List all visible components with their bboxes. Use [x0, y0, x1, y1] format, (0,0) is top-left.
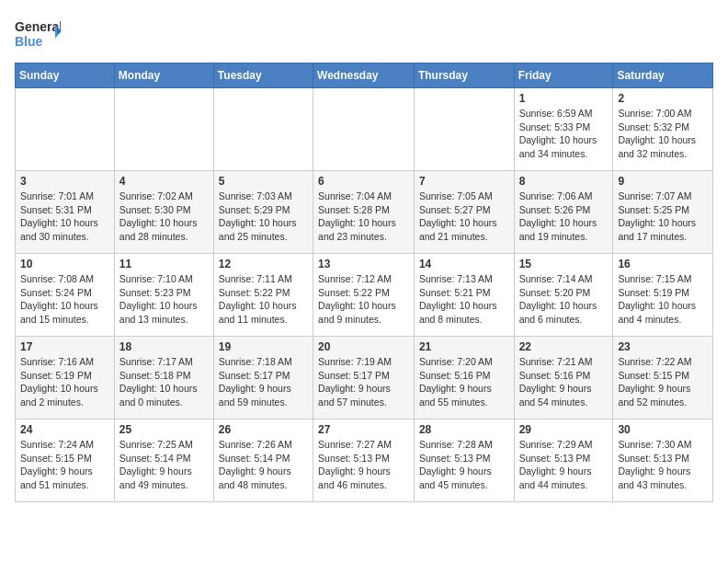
day-info: Sunrise: 7:18 AM Sunset: 5:17 PM Dayligh… — [219, 355, 308, 409]
day-number: 26 — [219, 423, 308, 436]
weekday-header-wednesday: Wednesday — [313, 63, 415, 88]
calendar-cell: 18Sunrise: 7:17 AM Sunset: 5:18 PM Dayli… — [114, 337, 213, 419]
day-number: 20 — [318, 340, 409, 353]
calendar-week-2: 3Sunrise: 7:01 AM Sunset: 5:31 PM Daylig… — [16, 171, 713, 254]
weekday-header-monday: Monday — [114, 63, 213, 88]
day-number: 1 — [519, 92, 609, 105]
calendar-cell — [16, 88, 115, 171]
day-info: Sunrise: 7:28 AM Sunset: 5:13 PM Dayligh… — [419, 438, 509, 492]
calendar-cell: 4Sunrise: 7:02 AM Sunset: 5:30 PM Daylig… — [114, 171, 213, 254]
calendar-cell: 3Sunrise: 7:01 AM Sunset: 5:31 PM Daylig… — [16, 171, 115, 254]
day-info: Sunrise: 7:27 AM Sunset: 5:13 PM Dayligh… — [318, 438, 409, 492]
day-number: 6 — [318, 175, 409, 188]
day-info: Sunrise: 7:05 AM Sunset: 5:27 PM Dayligh… — [419, 190, 509, 244]
day-info: Sunrise: 7:29 AM Sunset: 5:13 PM Dayligh… — [519, 438, 609, 492]
day-info: Sunrise: 7:04 AM Sunset: 5:28 PM Dayligh… — [318, 190, 409, 244]
calendar-cell: 20Sunrise: 7:19 AM Sunset: 5:17 PM Dayli… — [313, 337, 415, 419]
calendar-cell: 30Sunrise: 7:30 AM Sunset: 5:13 PM Dayli… — [613, 419, 713, 502]
calendar-cell: 15Sunrise: 7:14 AM Sunset: 5:20 PM Dayli… — [514, 254, 613, 337]
calendar-week-5: 24Sunrise: 7:24 AM Sunset: 5:15 PM Dayli… — [16, 419, 713, 502]
day-info: Sunrise: 7:24 AM Sunset: 5:15 PM Dayligh… — [20, 438, 109, 492]
day-number: 16 — [618, 258, 708, 270]
day-number: 9 — [618, 175, 708, 188]
calendar-week-4: 17Sunrise: 7:16 AM Sunset: 5:19 PM Dayli… — [16, 337, 713, 419]
calendar-cell: 5Sunrise: 7:03 AM Sunset: 5:29 PM Daylig… — [213, 171, 313, 254]
calendar-cell: 25Sunrise: 7:25 AM Sunset: 5:14 PM Dayli… — [114, 419, 213, 502]
day-number: 18 — [119, 340, 209, 353]
day-number: 29 — [519, 423, 609, 436]
day-info: Sunrise: 7:17 AM Sunset: 5:18 PM Dayligh… — [119, 355, 209, 409]
calendar-header-row: SundayMondayTuesdayWednesdayThursdayFrid… — [16, 63, 713, 88]
calendar-cell: 27Sunrise: 7:27 AM Sunset: 5:13 PM Dayli… — [313, 419, 415, 502]
logo-icon: General Blue — [15, 15, 61, 52]
day-number: 10 — [20, 258, 109, 270]
day-info: Sunrise: 7:06 AM Sunset: 5:26 PM Dayligh… — [519, 190, 609, 244]
day-number: 3 — [20, 175, 109, 188]
calendar-cell: 22Sunrise: 7:21 AM Sunset: 5:16 PM Dayli… — [514, 337, 613, 419]
day-number: 14 — [419, 258, 509, 270]
day-number: 15 — [519, 258, 609, 270]
day-number: 22 — [519, 340, 609, 353]
day-number: 4 — [119, 175, 209, 188]
calendar-cell — [114, 88, 213, 171]
day-number: 12 — [219, 258, 308, 270]
calendar-cell: 10Sunrise: 7:08 AM Sunset: 5:24 PM Dayli… — [16, 254, 115, 337]
calendar-table: SundayMondayTuesdayWednesdayThursdayFrid… — [15, 63, 713, 502]
weekday-header-friday: Friday — [514, 63, 613, 88]
day-info: Sunrise: 7:03 AM Sunset: 5:29 PM Dayligh… — [219, 190, 308, 244]
day-info: Sunrise: 7:25 AM Sunset: 5:14 PM Dayligh… — [119, 438, 209, 492]
calendar-cell: 7Sunrise: 7:05 AM Sunset: 5:27 PM Daylig… — [414, 171, 514, 254]
day-number: 23 — [618, 340, 708, 353]
day-info: Sunrise: 7:19 AM Sunset: 5:17 PM Dayligh… — [318, 355, 409, 409]
day-info: Sunrise: 7:01 AM Sunset: 5:31 PM Dayligh… — [20, 190, 109, 244]
calendar-week-1: 1Sunrise: 6:59 AM Sunset: 5:33 PM Daylig… — [16, 88, 713, 171]
calendar-cell: 19Sunrise: 7:18 AM Sunset: 5:17 PM Dayli… — [213, 337, 313, 419]
day-info: Sunrise: 7:22 AM Sunset: 5:15 PM Dayligh… — [618, 355, 708, 409]
calendar-cell: 21Sunrise: 7:20 AM Sunset: 5:16 PM Dayli… — [414, 337, 514, 419]
page-header: General Blue — [15, 15, 713, 52]
calendar-cell — [414, 88, 514, 171]
day-info: Sunrise: 7:20 AM Sunset: 5:16 PM Dayligh… — [419, 355, 509, 409]
day-info: Sunrise: 7:16 AM Sunset: 5:19 PM Dayligh… — [20, 355, 109, 409]
day-number: 30 — [618, 423, 708, 436]
day-info: Sunrise: 7:12 AM Sunset: 5:22 PM Dayligh… — [318, 272, 409, 327]
calendar-cell: 2Sunrise: 7:00 AM Sunset: 5:32 PM Daylig… — [613, 88, 713, 171]
day-number: 17 — [20, 340, 109, 353]
day-info: Sunrise: 7:14 AM Sunset: 5:20 PM Dayligh… — [519, 272, 609, 327]
calendar-cell: 23Sunrise: 7:22 AM Sunset: 5:15 PM Dayli… — [613, 337, 713, 419]
day-number: 27 — [318, 423, 409, 436]
day-info: Sunrise: 7:15 AM Sunset: 5:19 PM Dayligh… — [618, 272, 708, 327]
day-number: 19 — [219, 340, 308, 353]
calendar-cell: 9Sunrise: 7:07 AM Sunset: 5:25 PM Daylig… — [613, 171, 713, 254]
calendar-cell: 14Sunrise: 7:13 AM Sunset: 5:21 PM Dayli… — [414, 254, 514, 337]
day-info: Sunrise: 7:30 AM Sunset: 5:13 PM Dayligh… — [618, 438, 708, 492]
calendar-cell: 16Sunrise: 7:15 AM Sunset: 5:19 PM Dayli… — [613, 254, 713, 337]
day-info: Sunrise: 6:59 AM Sunset: 5:33 PM Dayligh… — [519, 107, 609, 161]
day-number: 7 — [419, 175, 509, 188]
day-info: Sunrise: 7:11 AM Sunset: 5:22 PM Dayligh… — [219, 272, 308, 327]
day-info: Sunrise: 7:08 AM Sunset: 5:24 PM Dayligh… — [20, 272, 109, 327]
day-number: 24 — [20, 423, 109, 436]
calendar-cell: 12Sunrise: 7:11 AM Sunset: 5:22 PM Dayli… — [213, 254, 313, 337]
svg-text:General: General — [15, 19, 61, 34]
day-info: Sunrise: 7:00 AM Sunset: 5:32 PM Dayligh… — [618, 107, 708, 161]
day-info: Sunrise: 7:26 AM Sunset: 5:14 PM Dayligh… — [219, 438, 308, 492]
calendar-cell: 1Sunrise: 6:59 AM Sunset: 5:33 PM Daylig… — [514, 88, 613, 171]
calendar-cell: 29Sunrise: 7:29 AM Sunset: 5:13 PM Dayli… — [514, 419, 613, 502]
calendar-cell: 6Sunrise: 7:04 AM Sunset: 5:28 PM Daylig… — [313, 171, 415, 254]
day-info: Sunrise: 7:13 AM Sunset: 5:21 PM Dayligh… — [419, 272, 509, 327]
day-number: 2 — [618, 92, 708, 105]
calendar-cell: 28Sunrise: 7:28 AM Sunset: 5:13 PM Dayli… — [414, 419, 514, 502]
day-number: 21 — [419, 340, 509, 353]
calendar-cell: 24Sunrise: 7:24 AM Sunset: 5:15 PM Dayli… — [16, 419, 115, 502]
day-number: 5 — [219, 175, 308, 188]
calendar-cell: 8Sunrise: 7:06 AM Sunset: 5:26 PM Daylig… — [514, 171, 613, 254]
calendar-cell: 11Sunrise: 7:10 AM Sunset: 5:23 PM Dayli… — [114, 254, 213, 337]
weekday-header-sunday: Sunday — [16, 63, 115, 88]
day-info: Sunrise: 7:07 AM Sunset: 5:25 PM Dayligh… — [618, 190, 708, 244]
calendar-cell: 26Sunrise: 7:26 AM Sunset: 5:14 PM Dayli… — [213, 419, 313, 502]
day-info: Sunrise: 7:02 AM Sunset: 5:30 PM Dayligh… — [119, 190, 209, 244]
svg-text:Blue: Blue — [15, 34, 43, 49]
calendar-cell: 13Sunrise: 7:12 AM Sunset: 5:22 PM Dayli… — [313, 254, 415, 337]
day-number: 11 — [119, 258, 209, 270]
